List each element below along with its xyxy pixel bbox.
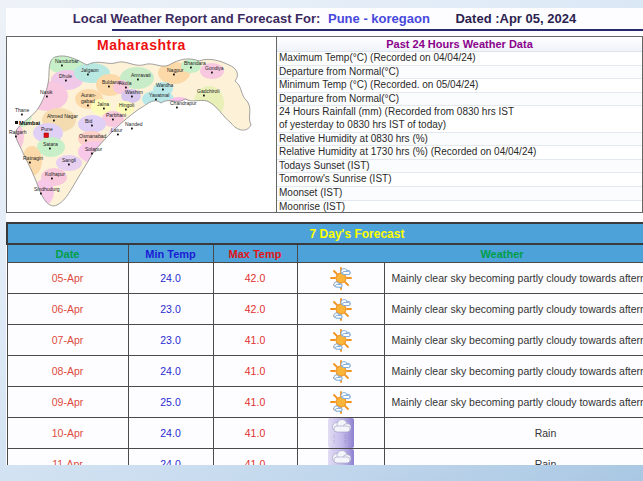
district-label: Nagpur bbox=[167, 67, 184, 73]
header-underline bbox=[112, 29, 643, 31]
forecast-condition-cell: Mainly clear sky becoming partly cloudy … bbox=[384, 325, 643, 356]
district-label: Thane bbox=[15, 107, 29, 113]
column-header-min-temp: Min Temp bbox=[128, 244, 213, 263]
column-header-weather: Weather bbox=[297, 244, 643, 263]
district-dot bbox=[51, 178, 53, 180]
past24-row-value bbox=[636, 106, 642, 131]
forecast-max-temp-cell: 41.0 bbox=[213, 449, 297, 466]
past24-row-label: Maximum Temp(°C) (Recorded on 04/04/24) bbox=[279, 52, 476, 65]
district-dot bbox=[173, 74, 175, 76]
district-label: Wardha bbox=[156, 82, 174, 88]
forecast-min-temp-cell: 23.0 bbox=[128, 294, 213, 325]
past24-row-value bbox=[636, 52, 642, 65]
past24-row: Departure from Normal(°C) bbox=[277, 93, 642, 107]
district-dot bbox=[211, 72, 213, 74]
column-header-max-temp: Max Temp bbox=[213, 244, 297, 263]
district-label: Bid bbox=[85, 118, 92, 124]
district-dot bbox=[176, 107, 178, 109]
past24-row-value bbox=[636, 66, 642, 79]
forecast-min-temp-cell: 24.0 bbox=[128, 449, 213, 466]
district-label: Akola bbox=[119, 80, 132, 86]
district-label: Yavatmal bbox=[149, 92, 169, 98]
page-title-text: Local Weather Report and Forecast For: bbox=[73, 11, 321, 26]
forecast-body: 7 Day's Forecast Date Min Temp Max Temp … bbox=[7, 223, 643, 465]
district-label: Chandrapur bbox=[170, 100, 197, 106]
forecast-max-temp-cell: 42.0 bbox=[213, 263, 297, 294]
forecast-row: 11-Apr24.041.0 : :: : Rain bbox=[7, 449, 643, 466]
district-label: Raigarh bbox=[9, 129, 27, 135]
past24-row: Tomorrow's Sunrise (IST) bbox=[277, 173, 642, 187]
district-dot bbox=[117, 134, 119, 136]
forecast-weather-icon-cell bbox=[297, 294, 384, 325]
past24-row-label: Relative Humidity at 0830 hrs (%) bbox=[279, 133, 428, 146]
forecast-date-cell: 06-Apr bbox=[7, 294, 128, 325]
past24-row: Relative Humidity at 1730 hrs (%) (Recor… bbox=[277, 146, 642, 160]
page-title: Local Weather Report and Forecast For: P… bbox=[6, 11, 643, 26]
past24-row: Maximum Temp(°C) (Recorded on 04/04/24) bbox=[277, 52, 642, 66]
past24-row: Todays Sunset (IST) bbox=[277, 160, 642, 174]
past24-row: Moonset (IST) bbox=[277, 187, 642, 201]
past24-row-value bbox=[636, 146, 642, 159]
report-header: Local Weather Report and Forecast For: P… bbox=[6, 8, 643, 36]
district-dot bbox=[21, 114, 23, 116]
forecast-date-cell: 09-Apr bbox=[7, 387, 128, 418]
city-marker bbox=[44, 133, 49, 138]
forecast-row: 08-Apr24.041.0 Mainly clear sky becoming… bbox=[7, 356, 643, 387]
forecast-date-cell: 11-Apr bbox=[7, 449, 128, 466]
forecast-condition-cell: Mainly clear sky becoming partly cloudy … bbox=[384, 294, 643, 325]
map-title: Maharashtra bbox=[7, 37, 276, 53]
maharashtra-map-image: NandurbarDhuleJalgaonBuldanaAmravatiAkol… bbox=[7, 53, 276, 211]
district-label: Gadchiroli bbox=[197, 88, 220, 94]
district-label: Sindhudurg bbox=[34, 186, 60, 192]
district-dot bbox=[155, 99, 157, 101]
district-dot bbox=[190, 67, 192, 69]
district-label: Gondiya bbox=[205, 65, 224, 71]
past24-row-label: Tomorrow's Sunrise (IST) bbox=[279, 173, 392, 186]
forecast-title: 7 Day's Forecast bbox=[7, 223, 643, 244]
forecast-weather-icon-cell bbox=[297, 356, 384, 387]
location-name: Pune - koregaon bbox=[324, 11, 434, 26]
district-dot bbox=[203, 95, 205, 97]
forecast-row: 09-Apr25.041.0 Mainly clear sky becoming… bbox=[7, 387, 643, 418]
past24-row: 24 Hours Rainfall (mm) (Recorded from 08… bbox=[277, 106, 642, 132]
forecast-date-cell: 10-Apr bbox=[7, 418, 128, 449]
sun-cloud-icon bbox=[298, 356, 384, 386]
forecast-max-temp-cell: 41.0 bbox=[213, 418, 297, 449]
forecast-max-temp-cell: 41.0 bbox=[213, 387, 297, 418]
forecast-weather-icon-cell: : :: : bbox=[297, 449, 384, 466]
district-label: Ahmed Nagar bbox=[47, 113, 78, 119]
district-label: Sangli bbox=[62, 157, 76, 163]
past24-rows: Maximum Temp(°C) (Recorded on 04/04/24)D… bbox=[277, 52, 642, 213]
sun-cloud-icon bbox=[298, 387, 384, 417]
district-label: Osmanabad bbox=[79, 133, 106, 139]
maharashtra-map-panel: Maharashtra bbox=[6, 36, 277, 213]
past24-row-value bbox=[636, 93, 642, 106]
forecast-condition-cell: Rain bbox=[384, 449, 643, 466]
district-label: Jalna bbox=[97, 101, 109, 107]
spacer bbox=[6, 213, 643, 222]
forecast-min-temp-cell: 24.0 bbox=[128, 263, 213, 294]
district-dot bbox=[87, 74, 89, 76]
district-dot bbox=[53, 120, 55, 122]
district-dot bbox=[162, 89, 164, 91]
past24-row: Departure from Normal(°C) bbox=[277, 66, 642, 80]
district-dot bbox=[61, 65, 63, 67]
district-label: Nanded bbox=[125, 121, 143, 127]
past24-row-label: Departure from Normal(°C) bbox=[279, 93, 399, 106]
past24-row-label: Moonrise (IST) bbox=[279, 201, 345, 213]
district-label: Latur bbox=[111, 127, 123, 133]
district-label: Pune bbox=[41, 126, 53, 132]
past24-row-value bbox=[636, 187, 642, 200]
past24-row-label: Minimum Temp (°C) (Recorded. on 05/04/24… bbox=[279, 79, 478, 92]
forecast-weather-icon-cell bbox=[297, 387, 384, 418]
forecast-weather-icon-cell bbox=[297, 325, 384, 356]
district-label: Nandurbar bbox=[55, 58, 79, 64]
forecast-weather-icon-cell: : :: : bbox=[297, 418, 384, 449]
past24-row-value bbox=[636, 133, 642, 146]
forecast-row: 05-Apr24.042.0 Mainly clear sky becoming… bbox=[7, 263, 643, 294]
district-label: Hingoli bbox=[119, 102, 134, 108]
forecast-table: 7 Day's Forecast Date Min Temp Max Temp … bbox=[6, 222, 643, 465]
past24-row-value bbox=[636, 201, 642, 213]
past24-row: Relative Humidity at 0830 hrs (%) bbox=[277, 133, 642, 147]
report-page: Local Weather Report and Forecast For: P… bbox=[6, 8, 643, 465]
